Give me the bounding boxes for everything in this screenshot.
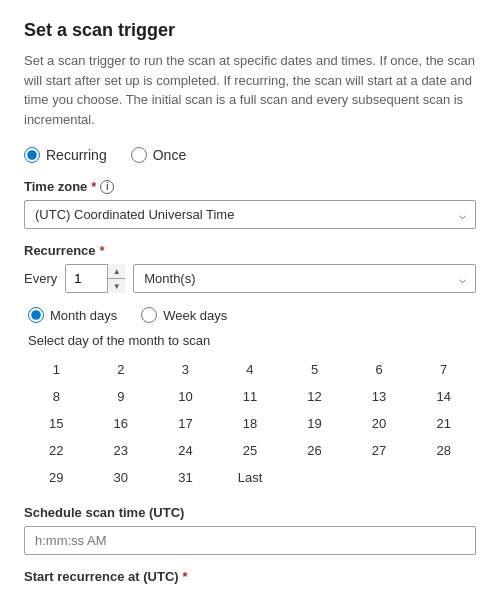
trigger-type-group: Recurring Once <box>24 147 476 163</box>
calendar-day[interactable]: 16 <box>89 410 154 437</box>
start-recurrence-required: * <box>183 569 188 584</box>
calendar-day[interactable]: 13 <box>347 383 412 410</box>
once-option[interactable]: Once <box>131 147 186 163</box>
month-days-label[interactable]: Month days <box>50 308 117 323</box>
period-select-wrapper: Month(s) Week(s) Day(s) ⌵ <box>133 264 476 293</box>
calendar-day[interactable]: 4 <box>218 356 283 383</box>
calendar-day[interactable]: 18 <box>218 410 283 437</box>
calendar-day[interactable]: 10 <box>153 383 218 410</box>
once-radio[interactable] <box>131 147 147 163</box>
start-recurrence-label: Start recurrence at (UTC) * <box>24 569 476 584</box>
week-days-label[interactable]: Week days <box>163 308 227 323</box>
recurrence-field: Recurrence * Every ▲ ▼ Month(s) Week(s) … <box>24 243 476 293</box>
timezone-required: * <box>91 179 96 194</box>
calendar-day[interactable]: 30 <box>89 464 154 491</box>
calendar-day[interactable]: 12 <box>282 383 347 410</box>
month-days-option[interactable]: Month days <box>28 307 117 323</box>
calendar-day[interactable]: 2 <box>89 356 154 383</box>
spin-up-button[interactable]: ▲ <box>108 264 125 279</box>
timezone-field: Time zone * i (UTC) Coordinated Universa… <box>24 179 476 229</box>
calendar-day[interactable]: 23 <box>89 437 154 464</box>
once-label[interactable]: Once <box>153 147 186 163</box>
recurring-radio[interactable] <box>24 147 40 163</box>
calendar-day[interactable]: 1 <box>24 356 89 383</box>
calendar-day[interactable]: 17 <box>153 410 218 437</box>
recurring-label[interactable]: Recurring <box>46 147 107 163</box>
calendar-grid: 1234567891011121314151617181920212223242… <box>24 356 476 491</box>
timezone-label: Time zone * i <box>24 179 476 194</box>
timezone-info-icon[interactable]: i <box>100 180 114 194</box>
period-select[interactable]: Month(s) Week(s) Day(s) <box>133 264 476 293</box>
recurrence-required: * <box>100 243 105 258</box>
calendar-day[interactable]: 24 <box>153 437 218 464</box>
calendar-day[interactable]: 26 <box>282 437 347 464</box>
calendar-day <box>347 464 412 491</box>
calendar-day[interactable]: 28 <box>411 437 476 464</box>
calendar-label: Select day of the month to scan <box>24 333 476 348</box>
spin-down-button[interactable]: ▼ <box>108 279 125 293</box>
timezone-select-wrapper: (UTC) Coordinated Universal Time (UTC-05… <box>24 200 476 229</box>
recurrence-label: Recurrence * <box>24 243 476 258</box>
calendar-day[interactable]: Last <box>218 464 283 491</box>
recurrence-row: Every ▲ ▼ Month(s) Week(s) Day(s) ⌵ <box>24 264 476 293</box>
calendar-day[interactable]: 11 <box>218 383 283 410</box>
calendar-day <box>411 464 476 491</box>
calendar-day[interactable]: 7 <box>411 356 476 383</box>
schedule-time-label: Schedule scan time (UTC) <box>24 505 476 520</box>
day-type-group: Month days Week days <box>24 307 476 323</box>
recurring-option[interactable]: Recurring <box>24 147 107 163</box>
calendar-day[interactable]: 31 <box>153 464 218 491</box>
calendar-day[interactable]: 8 <box>24 383 89 410</box>
spin-buttons: ▲ ▼ <box>107 264 125 293</box>
calendar-day[interactable]: 29 <box>24 464 89 491</box>
schedule-time-field: Schedule scan time (UTC) <box>24 505 476 555</box>
calendar-day[interactable]: 9 <box>89 383 154 410</box>
recurrence-number-wrapper: ▲ ▼ <box>65 264 125 293</box>
calendar-day[interactable]: 25 <box>218 437 283 464</box>
every-label: Every <box>24 271 57 286</box>
timezone-select[interactable]: (UTC) Coordinated Universal Time (UTC-05… <box>24 200 476 229</box>
week-days-radio[interactable] <box>141 307 157 323</box>
page-title: Set a scan trigger <box>24 20 476 41</box>
page-description: Set a scan trigger to run the scan at sp… <box>24 51 476 129</box>
calendar-day[interactable]: 19 <box>282 410 347 437</box>
schedule-time-input[interactable] <box>24 526 476 555</box>
month-days-radio[interactable] <box>28 307 44 323</box>
calendar-day[interactable]: 5 <box>282 356 347 383</box>
calendar-day[interactable]: 21 <box>411 410 476 437</box>
calendar-day[interactable]: 27 <box>347 437 412 464</box>
calendar-day[interactable]: 6 <box>347 356 412 383</box>
calendar-day[interactable]: 15 <box>24 410 89 437</box>
calendar-day[interactable]: 20 <box>347 410 412 437</box>
calendar-day <box>282 464 347 491</box>
week-days-option[interactable]: Week days <box>141 307 227 323</box>
calendar-day[interactable]: 3 <box>153 356 218 383</box>
calendar-day[interactable]: 22 <box>24 437 89 464</box>
calendar-day[interactable]: 14 <box>411 383 476 410</box>
start-recurrence-field: Start recurrence at (UTC) * 📅 <box>24 569 476 590</box>
